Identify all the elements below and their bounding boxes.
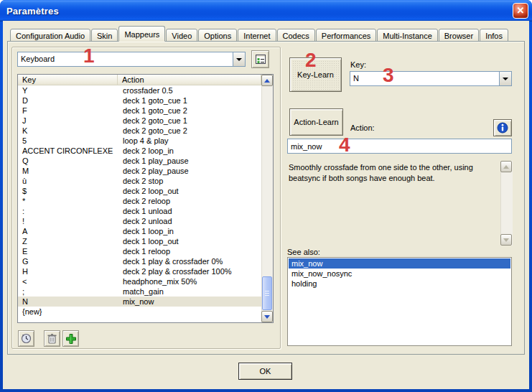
key-mapping-row[interactable]: Qdeck 1 play_pause <box>18 156 261 166</box>
key-cell: G <box>18 256 118 266</box>
column-header-action[interactable]: Action <box>118 75 261 85</box>
key-mapping-row[interactable]: ;match_gain <box>18 286 261 297</box>
trash-icon <box>47 333 57 345</box>
key-mapping-row[interactable]: ùdeck 2 stop <box>18 176 261 186</box>
plus-icon <box>65 333 77 345</box>
key-mapping-row[interactable]: ACCENT CIRCONFLEXEdeck 2 loop_in <box>18 146 261 156</box>
annotation-1: 1 <box>83 46 95 66</box>
key-mapping-row[interactable]: Ycrossfader 0.5 <box>18 85 261 95</box>
action-learn-label: Action-Learn <box>294 118 338 126</box>
key-cell: N <box>18 297 118 307</box>
scroll-up-icon <box>503 165 509 169</box>
annotation-2: 2 <box>305 50 317 70</box>
scroll-up-icon <box>264 79 270 83</box>
scroll-up-button[interactable] <box>261 75 273 86</box>
tab-infos[interactable]: Infos <box>480 29 508 42</box>
key-mapping-row[interactable]: Jdeck 2 goto_cue 1 <box>18 116 261 126</box>
device-combobox-dropdown-button[interactable] <box>233 52 245 66</box>
add-mapping-button[interactable] <box>62 330 79 347</box>
key-cell: ACCENT CIRCONFLEXE <box>18 146 118 156</box>
key-mapping-row[interactable]: Nmix_now <box>18 297 261 307</box>
chevron-down-icon <box>503 78 508 80</box>
key-mapping-row[interactable]: Adeck 1 loop_in <box>18 226 261 236</box>
title-bar[interactable]: Paramètres <box>0 0 532 22</box>
tab-multi-instance[interactable]: Multi-Instance <box>377 29 437 42</box>
action-input[interactable] <box>287 139 512 154</box>
key-cell: J <box>18 116 118 126</box>
key-cell: * <box>18 196 118 206</box>
action-cell: mix_now <box>118 297 261 307</box>
key-mapping-row[interactable]: Edeck 1 reloop <box>18 246 261 256</box>
device-combobox[interactable]: Keyboard <box>17 52 246 67</box>
key-combobox-dropdown-button[interactable] <box>499 72 511 85</box>
action-cell: deck 2 play & crossfader 100% <box>118 266 261 276</box>
close-button[interactable]: ✕ <box>513 3 528 19</box>
key-mapping-row[interactable]: Mdeck 2 play_pause <box>18 166 261 176</box>
key-learn-label: Key-Learn <box>297 70 334 79</box>
tab-skin[interactable]: Skin <box>91 29 118 42</box>
key-cell: Q <box>18 156 118 166</box>
key-cell: 5 <box>18 136 118 146</box>
column-header-key[interactable]: Key <box>18 75 118 85</box>
key-cell: Z <box>18 236 118 246</box>
mapper-options-button[interactable] <box>251 50 269 68</box>
scroll-down-button[interactable] <box>261 311 273 322</box>
key-cell: M <box>18 166 118 176</box>
tab-codecs[interactable]: Codecs <box>277 29 315 42</box>
tab-configuration-audio[interactable]: Configuration Audio <box>10 29 90 42</box>
key-cell: D <box>18 95 118 106</box>
reset-default-button[interactable] <box>18 330 34 347</box>
delete-mapping-button[interactable] <box>44 330 60 347</box>
action-cell: deck 2 goto_cue 1 <box>118 116 261 126</box>
tab-performances[interactable]: Performances <box>316 29 376 42</box>
tab-mappeurs[interactable]: Mappeurs <box>118 26 165 42</box>
window-title: Paramètres <box>6 6 59 17</box>
key-mapping-row[interactable]: Ddeck 1 goto_cue 1 <box>18 95 261 106</box>
key-mapping-row[interactable]: Gdeck 1 play & crossfader 0% <box>18 256 261 266</box>
annotation-4: 4 <box>339 135 350 155</box>
annotation-3: 3 <box>383 65 394 85</box>
action-cell: deck 2 goto_cue 2 <box>118 126 261 136</box>
action-cell: deck 1 unload <box>118 206 261 216</box>
key-combobox[interactable]: N <box>350 71 512 86</box>
tab-internet[interactable]: Internet <box>238 29 276 42</box>
tab-browser[interactable]: Browser <box>439 29 479 42</box>
action-cell: deck 1 play_pause <box>118 156 261 166</box>
key-label: Key: <box>350 60 366 69</box>
key-mapping-row[interactable]: 5loop 4 & play <box>18 136 261 146</box>
scroll-up-button[interactable] <box>500 161 512 172</box>
key-mapping-row[interactable]: *deck 2 reloop <box>18 196 261 206</box>
key-mapping-row[interactable]: Fdeck 1 goto_cue 2 <box>18 106 261 116</box>
description-scrollbar[interactable] <box>500 161 513 246</box>
key-mapping-row[interactable]: Kdeck 2 goto_cue 2 <box>18 126 261 136</box>
key-mapping-row[interactable]: Zdeck 1 loop_out <box>18 236 261 246</box>
key-mapping-row[interactable]: Hdeck 2 play & crossfader 100% <box>18 266 261 276</box>
scroll-down-button[interactable] <box>500 234 512 246</box>
ok-button[interactable]: OK <box>238 363 292 380</box>
key-cell: A <box>18 226 118 236</box>
key-mapping-row[interactable]: <headphone_mix 50% <box>18 276 261 286</box>
key-cell: ! <box>18 216 118 226</box>
scrollbar-thumb[interactable] <box>262 276 272 310</box>
key-mapping-row[interactable]: $deck 2 loop_out <box>18 186 261 196</box>
see-also-item[interactable]: mix_now <box>289 258 510 269</box>
key-mapping-row[interactable]: {new} <box>18 307 261 317</box>
tab-video[interactable]: Video <box>166 29 197 42</box>
key-mapping-list: Key Action Ycrossfader 0.5Ddeck 1 goto_c… <box>17 74 274 323</box>
info-icon <box>497 122 508 134</box>
see-also-item[interactable]: holding <box>289 279 510 289</box>
action-cell: deck 2 unload <box>118 216 261 226</box>
see-also-item[interactable]: mix_now_nosync <box>289 269 510 279</box>
key-list-scrollbar[interactable] <box>261 75 273 322</box>
info-button[interactable] <box>493 119 512 136</box>
action-cell: deck 1 loop_in <box>118 226 261 236</box>
tab-strip: Configuration AudioSkinMappeursVideoOpti… <box>10 27 509 42</box>
tab-options[interactable]: Options <box>198 29 237 42</box>
action-description: Smoothly crossfade from one side to the … <box>289 162 498 184</box>
list-header: Key Action <box>18 75 261 85</box>
action-learn-button[interactable]: Action-Learn <box>289 108 343 136</box>
key-cell: Y <box>18 85 118 95</box>
key-mapping-row[interactable]: :deck 1 unload <box>18 206 261 216</box>
key-mapping-row[interactable]: !deck 2 unload <box>18 216 261 226</box>
list-details-icon <box>255 54 266 65</box>
